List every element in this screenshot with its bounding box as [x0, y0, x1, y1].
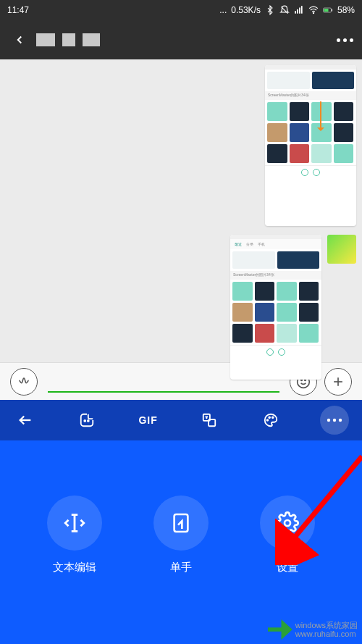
svg-point-22: [333, 419, 336, 422]
dnd-icon: [279, 5, 290, 15]
svg-point-25: [285, 520, 290, 526]
status-dots-icon: ...: [219, 5, 227, 15]
chat-more-button[interactable]: [337, 38, 353, 42]
status-right: ... 0.53K/s 58%: [29, 5, 355, 15]
sticker-button[interactable]: [75, 408, 99, 432]
keyboard-panel: 文本编辑 单手 设置: [0, 440, 362, 644]
svg-rect-3: [301, 6, 303, 14]
battery-pct: 58%: [337, 5, 355, 15]
gear-icon: [276, 511, 299, 535]
signal-icon: [294, 5, 304, 15]
settings-button[interactable]: 设置: [260, 495, 315, 574]
palette-icon: [263, 412, 279, 428]
translate-button[interactable]: [197, 408, 222, 432]
svg-rect-1: [297, 9, 298, 14]
watermark-line2: www.ruhaifu.com: [295, 630, 358, 638]
svg-rect-7: [332, 9, 332, 12]
one-hand-label: 单手: [170, 561, 192, 574]
sticker-icon: [79, 412, 95, 428]
avatar[interactable]: [327, 235, 356, 264]
keyboard-toolbar: GIF: [0, 400, 362, 440]
message-image-thumbnail[interactable]: 最近分类手机 ScreenMaster的图片34张: [230, 235, 321, 380]
status-bar: 11:47 ... 0.53K/s 58%: [0, 0, 362, 20]
svg-point-23: [339, 419, 342, 422]
svg-point-19: [269, 417, 270, 418]
more-horizontal-icon: [337, 38, 340, 42]
watermark: windows系统家园 www.ruhaifu.com: [268, 619, 358, 640]
gif-label: GIF: [138, 414, 157, 426]
text-cursor-icon: [62, 511, 87, 535]
svg-point-4: [313, 13, 313, 14]
one-hand-button[interactable]: 单手: [153, 495, 209, 574]
one-hand-icon: [169, 511, 193, 535]
gif-button[interactable]: GIF: [136, 408, 161, 432]
back-button[interactable]: [9, 29, 30, 51]
chat-title-obscured: [36, 33, 100, 46]
message-row: 最近分类手机 ScreenMaster的图片34张: [6, 235, 356, 380]
status-time: 11:47: [7, 5, 29, 15]
svg-rect-0: [295, 11, 296, 14]
watermark-logo-icon: [268, 619, 292, 640]
wifi-icon: [308, 5, 319, 15]
text-input[interactable]: [48, 391, 279, 393]
message-image-thumbnail[interactable]: ScreenMaster的图片34张: [265, 65, 356, 226]
bluetooth-icon: [265, 5, 275, 15]
translate-icon: [201, 412, 217, 428]
message-row: ScreenMaster的图片34张: [6, 65, 356, 226]
battery-icon: [323, 5, 333, 15]
text-edit-label: 文本编辑: [53, 561, 96, 574]
chat-topbar: [0, 20, 362, 59]
more-horizontal-icon: [327, 418, 342, 422]
palette-button[interactable]: [258, 408, 283, 432]
chat-area[interactable]: ScreenMaster的图片34张 最近分类手机 ScreenMaster的图…: [0, 59, 362, 362]
kb-back-button[interactable]: [13, 408, 38, 432]
svg-rect-6: [324, 9, 328, 12]
net-speed: 0.53K/s: [231, 5, 261, 15]
kb-more-button[interactable]: [320, 406, 349, 435]
svg-rect-2: [299, 8, 300, 14]
text-edit-button[interactable]: 文本编辑: [47, 495, 102, 574]
arrow-left-icon: [17, 412, 33, 428]
chevron-left-icon: [13, 33, 26, 46]
svg-point-21: [327, 419, 330, 422]
svg-point-20: [272, 417, 274, 418]
watermark-line1: windows系统家园: [295, 621, 358, 630]
svg-point-18: [267, 419, 269, 421]
svg-point-15: [88, 420, 89, 422]
settings-label: 设置: [277, 561, 298, 574]
svg-point-14: [84, 420, 85, 422]
